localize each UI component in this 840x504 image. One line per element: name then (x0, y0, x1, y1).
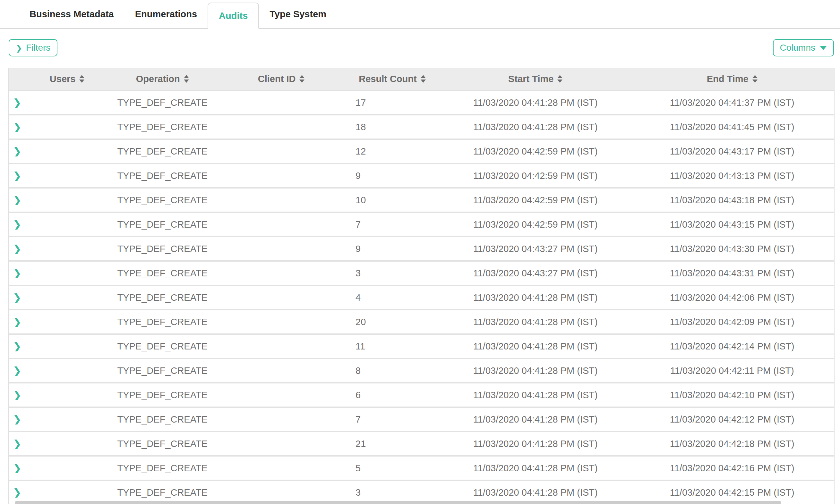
cell-operation: TYPE_DEF_CREATE (106, 268, 218, 278)
expand-chevron-icon[interactable]: ❯ (13, 268, 21, 278)
cell-end-time: 11/03/2020 04:43:31 PM (IST) (630, 268, 834, 278)
header-start-time[interactable]: Start Time (440, 74, 630, 84)
cell-end-time: 11/03/2020 04:42:10 PM (IST) (630, 390, 834, 400)
cell-start-time: 11/03/2020 04:43:27 PM (IST) (440, 268, 630, 278)
header-label: Result Count (359, 74, 417, 84)
cell-end-time: 11/03/2020 04:43:15 PM (IST) (630, 219, 834, 230)
tab-enumerations[interactable]: Enumerations (124, 0, 208, 28)
table-row[interactable]: ❯ TYPE_DEF_CREATE 3 11/03/2020 04:41:28 … (8, 480, 834, 504)
header-end-time[interactable]: End Time (630, 74, 834, 84)
table-row[interactable]: ❯ TYPE_DEF_CREATE 3 11/03/2020 04:43:27 … (8, 260, 834, 285)
table-row[interactable]: ❯ TYPE_DEF_CREATE 4 11/03/2020 04:41:28 … (8, 285, 834, 309)
cell-end-time: 11/03/2020 04:43:13 PM (IST) (630, 170, 834, 181)
cell-result-count: 8 (344, 365, 440, 376)
table-row[interactable]: ❯ TYPE_DEF_CREATE 8 11/03/2020 04:41:28 … (8, 358, 834, 382)
header-label: Client ID (258, 74, 296, 84)
filters-button[interactable]: ❯ Filters (8, 39, 57, 56)
cell-expand: ❯ (8, 268, 28, 278)
cell-start-time: 11/03/2020 04:42:59 PM (IST) (440, 219, 630, 230)
expand-chevron-icon[interactable]: ❯ (13, 365, 21, 376)
cell-expand: ❯ (8, 122, 28, 132)
cell-start-time: 11/03/2020 04:41:28 PM (IST) (440, 487, 630, 498)
expand-chevron-icon[interactable]: ❯ (13, 97, 21, 108)
expand-chevron-icon[interactable]: ❯ (13, 317, 21, 327)
header-result-count[interactable]: Result Count (344, 74, 440, 84)
horizontal-scrollbar[interactable] (15, 501, 781, 504)
expand-chevron-icon[interactable]: ❯ (13, 146, 21, 157)
expand-chevron-icon[interactable]: ❯ (13, 170, 21, 181)
cell-result-count: 7 (344, 219, 440, 230)
table-row[interactable]: ❯ TYPE_DEF_CREATE 7 11/03/2020 04:41:28 … (8, 407, 834, 431)
cell-end-time: 11/03/2020 04:42:09 PM (IST) (630, 317, 834, 327)
expand-chevron-icon[interactable]: ❯ (13, 195, 21, 205)
cell-result-count: 11 (344, 341, 440, 352)
expand-chevron-icon[interactable]: ❯ (13, 341, 21, 352)
columns-button[interactable]: Columns (773, 39, 834, 56)
table-row[interactable]: ❯ TYPE_DEF_CREATE 18 11/03/2020 04:41:28… (8, 114, 834, 139)
sort-icon[interactable] (557, 75, 562, 83)
table-row[interactable]: ❯ TYPE_DEF_CREATE 9 11/03/2020 04:42:59 … (8, 163, 834, 187)
cell-start-time: 11/03/2020 04:41:28 PM (IST) (440, 414, 630, 425)
tab-label: Enumerations (135, 9, 197, 20)
cell-end-time: 11/03/2020 04:42:18 PM (IST) (630, 438, 834, 449)
header-client-id[interactable]: Client ID (218, 74, 344, 84)
cell-start-time: 11/03/2020 04:41:28 PM (IST) (440, 97, 630, 108)
chevron-right-icon: ❯ (16, 44, 22, 52)
table-row[interactable]: ❯ TYPE_DEF_CREATE 6 11/03/2020 04:41:28 … (8, 382, 834, 407)
table-body: ❯ TYPE_DEF_CREATE 17 11/03/2020 04:41:28… (8, 90, 834, 504)
cell-expand: ❯ (8, 463, 28, 473)
cell-operation: TYPE_DEF_CREATE (106, 341, 218, 352)
cell-end-time: 11/03/2020 04:43:18 PM (IST) (630, 195, 834, 205)
cell-expand: ❯ (8, 170, 28, 181)
sort-icon[interactable] (752, 75, 757, 83)
cell-end-time: 11/03/2020 04:42:16 PM (IST) (630, 463, 834, 473)
cell-start-time: 11/03/2020 04:41:28 PM (IST) (440, 365, 630, 376)
tab-business-metadata[interactable]: Business Metadata (19, 0, 124, 28)
table-row[interactable]: ❯ TYPE_DEF_CREATE 10 11/03/2020 04:42:59… (8, 187, 834, 212)
cell-start-time: 11/03/2020 04:42:59 PM (IST) (440, 195, 630, 205)
cell-result-count: 12 (344, 146, 440, 157)
expand-chevron-icon[interactable]: ❯ (13, 292, 21, 303)
table-row[interactable]: ❯ TYPE_DEF_CREATE 20 11/03/2020 04:41:28… (8, 309, 834, 334)
sort-icon[interactable] (421, 75, 426, 83)
tab-label: Type System (269, 9, 326, 20)
table-row[interactable]: ❯ TYPE_DEF_CREATE 7 11/03/2020 04:42:59 … (8, 212, 834, 236)
cell-end-time: 11/03/2020 04:42:15 PM (IST) (630, 487, 834, 498)
sort-icon[interactable] (79, 75, 84, 83)
sort-icon[interactable] (299, 75, 304, 83)
table-row[interactable]: ❯ TYPE_DEF_CREATE 17 11/03/2020 04:41:28… (8, 90, 834, 114)
cell-start-time: 11/03/2020 04:42:59 PM (IST) (440, 170, 630, 181)
header-operation[interactable]: Operation (106, 74, 218, 84)
expand-chevron-icon[interactable]: ❯ (13, 414, 21, 425)
cell-start-time: 11/03/2020 04:41:28 PM (IST) (440, 390, 630, 400)
expand-chevron-icon[interactable]: ❯ (13, 244, 21, 254)
expand-chevron-icon[interactable]: ❯ (13, 122, 21, 132)
tab-label: Business Metadata (30, 9, 114, 20)
expand-chevron-icon[interactable]: ❯ (13, 390, 21, 400)
expand-chevron-icon[interactable]: ❯ (13, 219, 21, 230)
sort-icon[interactable] (184, 75, 189, 83)
tab-label: Audits (219, 11, 248, 21)
cell-result-count: 4 (344, 292, 440, 303)
cell-operation: TYPE_DEF_CREATE (106, 487, 218, 498)
table-row[interactable]: ❯ TYPE_DEF_CREATE 11 11/03/2020 04:41:28… (8, 334, 834, 358)
table-header-row: Users Operation Client ID Result Count S… (8, 68, 834, 90)
cell-expand: ❯ (8, 244, 28, 254)
tab-type-system[interactable]: Type System (259, 0, 337, 28)
cell-operation: TYPE_DEF_CREATE (106, 463, 218, 473)
table-row[interactable]: ❯ TYPE_DEF_CREATE 12 11/03/2020 04:42:59… (8, 139, 834, 163)
expand-chevron-icon[interactable]: ❯ (13, 438, 21, 449)
table-row[interactable]: ❯ TYPE_DEF_CREATE 21 11/03/2020 04:41:28… (8, 431, 834, 455)
tab-audits[interactable]: Audits (208, 3, 259, 29)
cell-expand: ❯ (8, 414, 28, 425)
cell-operation: TYPE_DEF_CREATE (106, 365, 218, 376)
table-row[interactable]: ❯ TYPE_DEF_CREATE 5 11/03/2020 04:41:28 … (8, 455, 834, 480)
columns-button-label: Columns (780, 43, 815, 52)
cell-expand: ❯ (8, 195, 28, 205)
expand-chevron-icon[interactable]: ❯ (13, 463, 21, 473)
cell-operation: TYPE_DEF_CREATE (106, 122, 218, 132)
table-row[interactable]: ❯ TYPE_DEF_CREATE 9 11/03/2020 04:43:27 … (8, 236, 834, 260)
expand-chevron-icon[interactable]: ❯ (13, 487, 21, 498)
header-users[interactable]: Users (28, 74, 106, 84)
cell-expand: ❯ (8, 487, 28, 498)
